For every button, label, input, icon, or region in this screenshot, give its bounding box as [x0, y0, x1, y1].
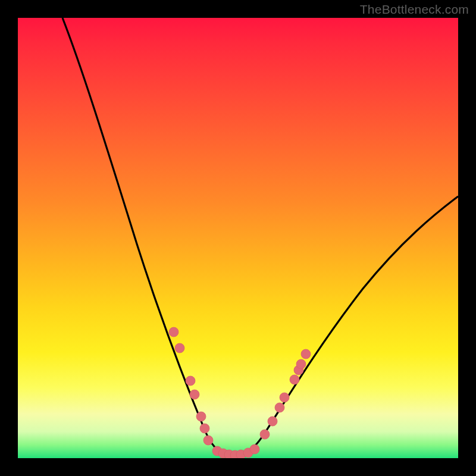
svg-point-5 [200, 424, 209, 433]
plot-area [18, 18, 458, 458]
curve-svg [18, 18, 458, 458]
svg-point-6 [203, 436, 213, 445]
svg-point-0 [169, 327, 178, 337]
svg-point-17 [280, 393, 289, 402]
svg-point-16 [275, 403, 284, 412]
svg-point-20 [296, 359, 306, 369]
chart-frame: TheBottleneck.com [0, 0, 476, 476]
svg-point-21 [301, 349, 311, 359]
svg-point-14 [260, 430, 270, 439]
svg-point-2 [186, 376, 195, 386]
svg-point-3 [190, 390, 199, 399]
svg-point-1 [175, 343, 184, 353]
watermark-text: TheBottleneck.com [360, 2, 469, 17]
svg-point-18 [290, 375, 299, 384]
svg-point-15 [268, 416, 277, 426]
svg-point-13 [250, 444, 259, 454]
bottleneck-curve [62, 18, 458, 455]
svg-point-4 [196, 412, 206, 421]
